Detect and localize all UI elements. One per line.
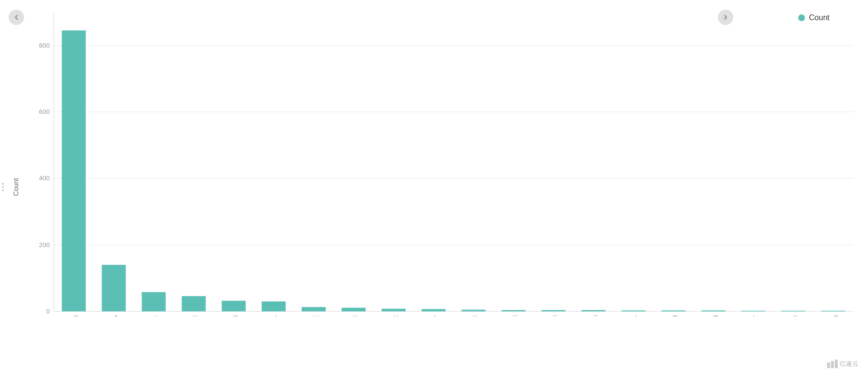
bar-12[interactable] — [542, 310, 566, 312]
x-label-1: 错误异常 — [112, 315, 119, 316]
bar-10[interactable] — [461, 310, 485, 311]
sidebar-dot — [2, 189, 4, 191]
bar-14[interactable] — [622, 311, 646, 312]
sidebar-dot — [2, 186, 4, 188]
bar-3[interactable] — [182, 296, 206, 312]
x-label-16: lanceFail — [712, 315, 719, 316]
x-label-18: 积分失败 — [792, 315, 799, 316]
bar-13[interactable] — [582, 310, 606, 312]
bar-19[interactable] — [821, 311, 845, 311]
x-label-9: 名错误等 — [432, 315, 439, 316]
y-axis-label: Count — [12, 178, 20, 196]
bar-4[interactable] — [222, 301, 246, 312]
svg-rect-13 — [831, 361, 834, 368]
brand-name: 亿速云 — [840, 360, 858, 368]
x-label-6: 退款成功 — [312, 315, 319, 316]
svg-text:200: 200 — [39, 241, 50, 249]
bar-17[interactable] — [741, 311, 766, 311]
x-label-13: □口失败-3 — [592, 315, 599, 316]
bar-2[interactable] — [142, 292, 166, 312]
svg-rect-12 — [827, 362, 830, 368]
chart-container: Count Count 0200400600800数据异常错误异常参数错误列表失… — [0, 0, 868, 374]
brand-logo: 亿速云 — [827, 360, 858, 368]
nav-left-button[interactable] — [9, 10, 24, 25]
svg-text:800: 800 — [39, 42, 50, 49]
brand-icon — [827, 360, 838, 368]
x-label-4: 藏券失败 — [232, 315, 239, 316]
x-label-15: 配置异常 — [672, 315, 679, 316]
bar-6[interactable] — [302, 307, 326, 312]
x-label-0: 数据异常 — [72, 315, 79, 316]
bar-5[interactable] — [262, 301, 286, 312]
x-label-10: 推荐失败 — [472, 315, 479, 316]
x-label-7: 接口失败 — [352, 315, 359, 316]
bar-0[interactable] — [62, 30, 86, 311]
svg-text:400: 400 — [39, 175, 50, 182]
x-label-11: □口失败-1 — [512, 315, 519, 316]
x-label-19: 明细出错 — [832, 315, 839, 316]
bar-11[interactable] — [501, 310, 525, 312]
x-label-3: 列表失败 — [192, 315, 199, 316]
bar-chart-svg: 0200400600800数据异常错误异常参数错误列表失败藏券失败信息失败退款成… — [29, 7, 858, 316]
bar-15[interactable] — [662, 311, 686, 312]
svg-text:0: 0 — [46, 308, 50, 315]
x-label-14: 信息失败 — [632, 315, 639, 316]
svg-text:600: 600 — [39, 108, 50, 115]
bar-16[interactable] — [702, 311, 726, 312]
x-label-8: 3612776 — [392, 315, 399, 316]
x-label-12: □口失败-2 — [552, 315, 559, 316]
bar-9[interactable] — [421, 309, 446, 312]
x-label-5: 信息失败 — [272, 315, 279, 316]
sidebar-dot — [2, 183, 4, 185]
bar-1[interactable] — [102, 265, 126, 312]
x-label-2: 参数错误 — [153, 315, 159, 316]
bar-8[interactable] — [382, 309, 406, 312]
bar-7[interactable] — [342, 308, 366, 312]
bar-18[interactable] — [781, 311, 805, 311]
x-label-17: 工单失败 — [752, 315, 759, 316]
svg-rect-14 — [835, 360, 838, 368]
sidebar-dots — [2, 183, 4, 191]
